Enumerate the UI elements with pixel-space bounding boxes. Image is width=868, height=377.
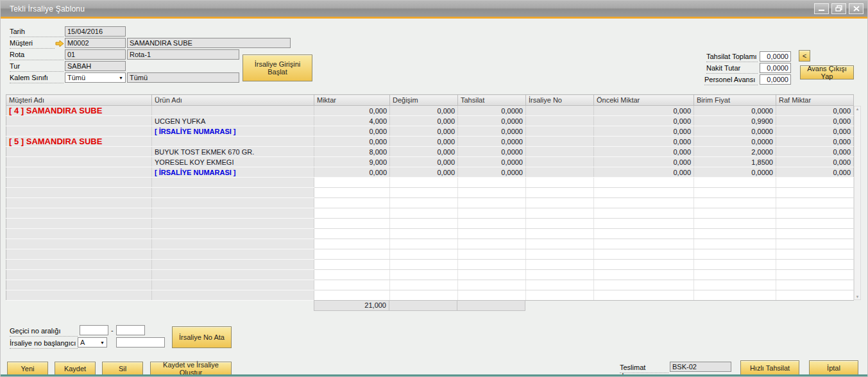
teslimat-deposu-field[interactable]	[670, 362, 731, 372]
grid-cell-urun[interactable]	[152, 137, 314, 147]
grid-cell-birim[interactable]	[694, 198, 776, 208]
grid-cell-degisim[interactable]: 0,000	[390, 157, 458, 167]
grid-cell-irsaliye_no[interactable]	[526, 157, 594, 167]
grid-cell-raf[interactable]: 0,000	[776, 157, 854, 167]
grid-cell-miktar[interactable]: 4,000	[314, 116, 390, 126]
grid-cell-musteri[interactable]	[6, 239, 152, 249]
grid-cell-irsaliye_no[interactable]	[526, 280, 594, 290]
grid-cell-musteri[interactable]	[6, 280, 152, 290]
grid-cell-birim[interactable]	[694, 270, 776, 280]
grid-cell-raf[interactable]	[776, 249, 854, 260]
grid-cell-tahsilat[interactable]	[458, 290, 526, 301]
grid-cell-birim[interactable]: 2,0000	[694, 147, 776, 157]
grid-cell-onceki[interactable]: 0,000	[594, 167, 694, 178]
grid-cell-raf[interactable]	[776, 208, 854, 219]
gecici-no-to-input[interactable]	[116, 325, 145, 335]
grid-cell-onceki[interactable]	[594, 208, 694, 219]
grid-cell-birim[interactable]	[694, 188, 776, 198]
grid-cell-onceki[interactable]: 0,000	[594, 116, 694, 126]
grid-cell-urun[interactable]: [ İRSALİYE NUMARASI ]	[152, 167, 314, 178]
grid-cell-irsaliye_no[interactable]	[526, 239, 594, 249]
column-header[interactable]: Önceki Miktar	[594, 95, 694, 106]
grid-cell-onceki[interactable]: 0,000	[594, 137, 694, 147]
grid-cell-irsaliye_no[interactable]	[526, 126, 594, 137]
grid-cell-raf[interactable]	[776, 280, 854, 290]
grid-cell-miktar[interactable]	[314, 239, 390, 249]
grid-cell-raf[interactable]	[776, 188, 854, 198]
grid-cell-birim[interactable]	[694, 239, 776, 249]
grid-cell-irsaliye_no[interactable]	[526, 137, 594, 147]
grid-cell-irsaliye_no[interactable]	[526, 116, 594, 126]
grid-cell-urun[interactable]	[152, 198, 314, 208]
grid-cell-miktar[interactable]	[314, 188, 390, 198]
grid-cell-irsaliye_no[interactable]	[526, 270, 594, 280]
grid-cell-miktar[interactable]	[314, 229, 390, 239]
column-header[interactable]: Ürün Adı	[152, 95, 314, 106]
grid-cell-degisim[interactable]: 0,000	[390, 116, 458, 126]
grid-cell-birim[interactable]: 0,0000	[694, 167, 776, 178]
grid-cell-degisim[interactable]	[390, 260, 458, 270]
kalem-sinifi-desc-field[interactable]	[127, 72, 239, 83]
grid-cell-musteri[interactable]	[6, 219, 152, 229]
grid-cell-birim[interactable]	[694, 208, 776, 219]
grid-cell-degisim[interactable]: 0,000	[390, 106, 458, 116]
grid-cell-onceki[interactable]: 0,000	[594, 157, 694, 167]
grid-cell-raf[interactable]: 0,000	[776, 106, 854, 116]
grid-cell-tahsilat[interactable]	[458, 270, 526, 280]
grid-cell-irsaliye_no[interactable]	[526, 188, 594, 198]
grid-cell-miktar[interactable]	[314, 270, 390, 280]
grid-cell-miktar[interactable]: 0,000	[314, 106, 390, 116]
grid-cell-musteri[interactable]: [ 4 ] SAMANDIRA SUBE	[6, 106, 152, 116]
irsaliye-no-input[interactable]	[116, 337, 165, 348]
grid-cell-tahsilat[interactable]: 0,0000	[458, 157, 526, 167]
grid-cell-raf[interactable]	[776, 229, 854, 239]
grid-cell-urun[interactable]	[152, 249, 314, 260]
grid-cell-onceki[interactable]	[594, 229, 694, 239]
grid-cell-miktar[interactable]: 0,000	[314, 167, 390, 178]
grid-cell-urun[interactable]	[152, 106, 314, 116]
grid-cell-degisim[interactable]	[390, 198, 458, 208]
grid-cell-degisim[interactable]: 0,000	[390, 147, 458, 157]
grid-cell-onceki[interactable]: 0,000	[594, 106, 694, 116]
grid-cell-degisim[interactable]	[390, 229, 458, 239]
grid-cell-musteri[interactable]	[6, 260, 152, 270]
grid-cell-onceki[interactable]	[594, 178, 694, 188]
grid-cell-irsaliye_no[interactable]	[526, 260, 594, 270]
grid-cell-degisim[interactable]	[390, 178, 458, 188]
grid-cell-onceki[interactable]: 0,000	[594, 126, 694, 137]
grid-cell-miktar[interactable]	[314, 280, 390, 290]
grid-cell-tahsilat[interactable]	[458, 260, 526, 270]
grid-cell-tahsilat[interactable]	[458, 249, 526, 260]
grid-cell-birim[interactable]: 0,0000	[694, 106, 776, 116]
grid-cell-irsaliye_no[interactable]	[526, 208, 594, 219]
grid-cell-musteri[interactable]	[6, 270, 152, 280]
column-header[interactable]: Birim Fiyat	[694, 95, 776, 106]
minimize-button[interactable]	[814, 3, 829, 14]
grid-cell-degisim[interactable]: 0,000	[390, 167, 458, 178]
grid-cell-raf[interactable]	[776, 178, 854, 188]
grid-cell-degisim[interactable]: 0,000	[390, 126, 458, 137]
nakit-tutar-field[interactable]	[760, 63, 791, 73]
grid-cell-urun[interactable]	[152, 178, 314, 188]
grid-cell-musteri[interactable]	[6, 290, 152, 301]
grid-cell-degisim[interactable]: 0,000	[390, 137, 458, 147]
grid-cell-birim[interactable]	[694, 219, 776, 229]
collapse-button[interactable]: <	[799, 50, 810, 62]
grid-cell-raf[interactable]: 0,000	[776, 147, 854, 157]
grid-cell-birim[interactable]	[694, 280, 776, 290]
grid-cell-raf[interactable]: 0,000	[776, 137, 854, 147]
grid-cell-urun[interactable]	[152, 239, 314, 249]
grid-cell-degisim[interactable]	[390, 219, 458, 229]
close-button[interactable]	[849, 3, 864, 14]
gecici-no-from-input[interactable]	[80, 325, 108, 335]
grid-cell-onceki[interactable]: 0,000	[594, 147, 694, 157]
grid-cell-raf[interactable]: 0,000	[776, 116, 854, 126]
grid-cell-degisim[interactable]	[390, 188, 458, 198]
grid-cell-onceki[interactable]	[594, 280, 694, 290]
musteri-code-field[interactable]	[65, 38, 126, 48]
grid-cell-tahsilat[interactable]: 0,0000	[458, 137, 526, 147]
rota-code-field[interactable]	[65, 49, 126, 60]
grid-cell-musteri[interactable]	[6, 147, 152, 157]
column-header[interactable]: Raf Miktar	[776, 95, 854, 106]
grid-cell-birim[interactable]	[694, 229, 776, 239]
